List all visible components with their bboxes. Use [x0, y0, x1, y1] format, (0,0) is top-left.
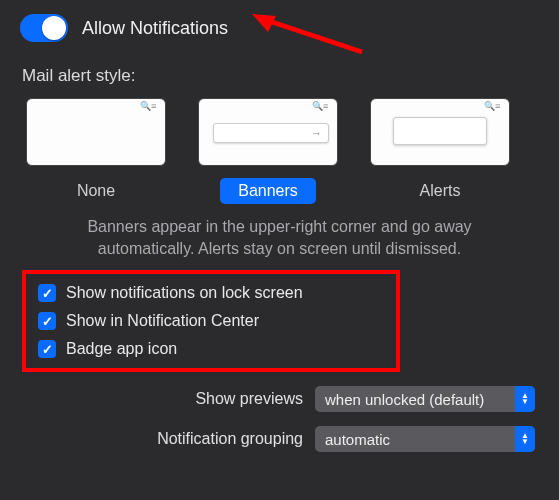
show-previews-value: when unlocked (default) — [325, 391, 484, 408]
menu-icon: ≡ — [323, 102, 331, 110]
notification-center-checkbox[interactable]: ✓ — [38, 312, 56, 330]
stepper-arrows-icon: ▲ ▼ — [515, 426, 535, 452]
badge-app-icon-checkbox[interactable]: ✓ — [38, 340, 56, 358]
notification-grouping-value: automatic — [325, 431, 390, 448]
style-name-banners: Banners — [220, 178, 316, 204]
stepper-arrows-icon: ▲ ▼ — [515, 386, 535, 412]
show-previews-label: Show previews — [195, 390, 303, 408]
allow-notifications-toggle[interactable] — [20, 14, 68, 42]
style-name-alerts: Alerts — [402, 178, 479, 204]
notification-center-label: Show in Notification Center — [66, 312, 259, 330]
none-thumbnail: 🔍 ≡ — [26, 98, 166, 166]
search-icon: 🔍 — [140, 102, 148, 110]
arrow-right-icon: → — [311, 127, 322, 139]
mail-alert-style-label: Mail alert style: — [22, 66, 539, 86]
menu-icon: ≡ — [151, 102, 159, 110]
style-name-none: None — [59, 178, 133, 204]
notification-grouping-dropdown[interactable]: automatic ▲ ▼ — [315, 426, 535, 452]
notification-grouping-label: Notification grouping — [157, 430, 303, 448]
lock-screen-checkbox[interactable]: ✓ — [38, 284, 56, 302]
alert-style-alerts[interactable]: 🔍 ≡ Alerts — [370, 98, 510, 204]
check-icon: ✓ — [42, 342, 53, 357]
alerts-thumbnail: 🔍 ≡ — [370, 98, 510, 166]
allow-notifications-label: Allow Notifications — [82, 18, 228, 39]
badge-app-icon-label: Badge app icon — [66, 340, 177, 358]
lock-screen-label: Show notifications on lock screen — [66, 284, 303, 302]
alert-style-none[interactable]: 🔍 ≡ None — [26, 98, 166, 204]
checkbox-group-highlight: ✓ Show notifications on lock screen ✓ Sh… — [22, 270, 400, 372]
check-icon: ✓ — [42, 286, 53, 301]
alert-style-banners[interactable]: 🔍 ≡ → Banners — [198, 98, 338, 204]
search-icon: 🔍 — [484, 102, 492, 110]
menu-icon: ≡ — [495, 102, 503, 110]
alert-style-row: 🔍 ≡ None 🔍 ≡ → Banners 🔍 ≡ Alerts — [20, 98, 539, 204]
search-icon: 🔍 — [312, 102, 320, 110]
alert-style-description: Banners appear in the upper-right corner… — [20, 216, 539, 260]
banners-thumbnail: 🔍 ≡ → — [198, 98, 338, 166]
check-icon: ✓ — [42, 314, 53, 329]
show-previews-dropdown[interactable]: when unlocked (default) ▲ ▼ — [315, 386, 535, 412]
